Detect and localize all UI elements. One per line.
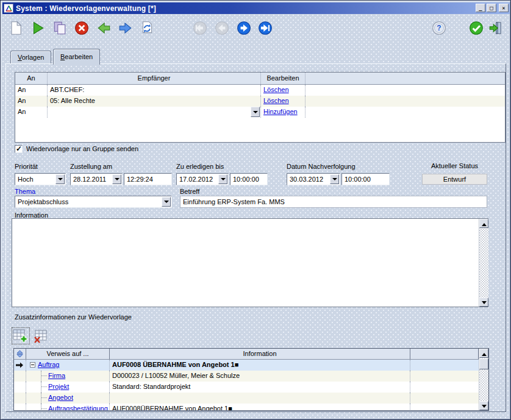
row-marker-cell	[14, 371, 26, 382]
erledigen-date-dropdown-button[interactable]	[218, 174, 227, 184]
add-link[interactable]: Hinzufügen	[263, 108, 298, 115]
refresh-icon	[139, 20, 155, 36]
table-row-auftragsbestaetigung[interactable]: Auftragsbestätigung AUF0008ÜBERNAHME von…	[14, 404, 479, 410]
status-value-box: Entwurf	[422, 174, 487, 185]
auftrag-link[interactable]: Auftrag	[38, 360, 59, 370]
minimize-button[interactable]: _	[476, 4, 485, 12]
projekt-link[interactable]: Projekt	[48, 382, 69, 392]
nachverfolgung-date-dropdown-button[interactable]	[330, 174, 339, 184]
zustellung-date-field[interactable]: 28.12.2011	[70, 173, 123, 185]
copy-icon	[52, 20, 68, 36]
nav-first-button	[192, 20, 208, 36]
tree-line	[41, 376, 47, 376]
cell-filler	[410, 371, 479, 382]
table-row-auftrag[interactable]: Auftrag AUF0008 ÜBERNAHME von Angebot 1■	[14, 360, 479, 371]
information-textarea[interactable]	[12, 218, 488, 307]
confirm-button[interactable]	[468, 20, 484, 36]
help-button[interactable]: ?	[431, 20, 447, 36]
cell-an: An	[15, 107, 48, 118]
table-row-projekt[interactable]: Projekt Standard: Standardprojekt	[14, 382, 479, 393]
references-table: Verweis auf ... Information Auftrag	[13, 348, 489, 411]
scroll-down-button[interactable]	[479, 401, 488, 410]
recipients-table-header: An Empfänger Bearbeiten	[15, 73, 505, 85]
angebot-link[interactable]: Angebot	[48, 393, 73, 403]
back-button[interactable]	[96, 20, 112, 36]
row-marker-cell	[14, 393, 26, 404]
table-row-angebot[interactable]: Angebot	[14, 393, 479, 404]
close-button[interactable]: ✕	[499, 4, 509, 12]
tab-bearbeiten[interactable]: Bearbeiten	[53, 49, 100, 65]
window-title: System : Wiedervorlagenverwaltung [*]	[16, 4, 156, 13]
prioritaet-label: Priorität	[15, 163, 38, 170]
cell-filler	[410, 382, 479, 393]
column-header-an: An	[15, 73, 48, 84]
sort-header-cell[interactable]	[14, 349, 26, 359]
cancel-icon	[74, 20, 90, 36]
tab-vorlagen[interactable]: Vorlagen	[10, 51, 51, 63]
cell-filler	[410, 360, 479, 371]
cancel-button[interactable]	[74, 20, 90, 36]
information-scrollbar[interactable]	[479, 219, 488, 307]
delete-link[interactable]: Löschen	[263, 97, 289, 104]
maximize-button[interactable]: □	[487, 4, 496, 12]
run-button[interactable]	[30, 20, 46, 36]
group-send-checkbox[interactable]	[15, 145, 23, 153]
delete-link[interactable]: Löschen	[263, 86, 289, 93]
add-reference-button[interactable]	[13, 329, 29, 343]
tree-cell: Angebot	[26, 393, 110, 404]
nav-last-button[interactable]	[257, 20, 273, 36]
collapse-icon[interactable]	[30, 362, 35, 368]
cell-an: An	[15, 96, 48, 107]
arrow-left-icon	[96, 20, 112, 36]
auftragsbestaetigung-link[interactable]: Auftragsbestätigung	[48, 404, 108, 410]
thema-value: Projektabschluss	[15, 196, 171, 207]
thema-label[interactable]: Thema	[15, 188, 35, 195]
column-header-bearbeiten: Bearbeiten	[261, 73, 306, 84]
scroll-down-button[interactable]	[479, 297, 488, 307]
firma-link[interactable]: Firma	[48, 371, 65, 381]
info-cell: D000023 / L10052 Müller, Meier & Schulze	[110, 371, 410, 382]
betreff-value: Einführung ERP-System Fa. MMS	[180, 196, 487, 207]
table-row: An ABT.CHEF: Löschen	[15, 85, 505, 96]
nav-next-button[interactable]	[236, 20, 252, 36]
betreff-input[interactable]: Einführung ERP-System Fa. MMS	[180, 196, 487, 208]
betreff-label: Betreff	[180, 188, 199, 195]
erledigen-date-field[interactable]: 17.02.2012	[176, 173, 229, 185]
app-logo-icon	[4, 4, 13, 13]
prioritaet-dropdown-button[interactable]	[55, 174, 65, 184]
sort-icon	[16, 350, 23, 358]
scroll-up-button[interactable]	[479, 219, 488, 228]
references-scrollbar[interactable]	[479, 349, 488, 410]
cell-an: An	[15, 85, 48, 96]
thema-dropdown-button[interactable]	[162, 197, 171, 207]
nachverfolgung-date-field[interactable]: 30.03.2012	[287, 173, 340, 185]
recipient-dropdown-button[interactable]	[251, 107, 260, 117]
recipients-table: An Empfänger Bearbeiten An ABT.CHEF: Lös…	[15, 72, 506, 143]
tree-line	[41, 386, 47, 387]
new-button[interactable]	[8, 20, 24, 36]
help-icon: ?	[431, 20, 447, 36]
grid-add-icon	[13, 329, 29, 343]
scroll-thumb[interactable]	[479, 358, 488, 369]
copy-button[interactable]	[52, 20, 68, 36]
exit-button[interactable]	[488, 20, 504, 36]
row-marker-cell	[14, 382, 26, 393]
forward-button[interactable]	[118, 20, 134, 36]
zustellung-time-field[interactable]: 12:29:24	[124, 173, 172, 185]
zustellung-date-dropdown-button[interactable]	[112, 174, 121, 184]
references-table-header: Verweis auf ... Information	[14, 349, 479, 360]
tree-cell: Auftragsbestätigung	[26, 404, 110, 410]
nachverfolgung-time-field[interactable]: 10:00:00	[341, 173, 390, 185]
refresh-button[interactable]	[139, 20, 155, 36]
delete-reference-button[interactable]	[34, 330, 48, 343]
erledigen-time-field[interactable]: 10:00:00	[230, 173, 268, 185]
nav-next-icon	[236, 20, 252, 36]
thema-combobox[interactable]: Projektabschluss	[15, 196, 172, 208]
cell-filler	[410, 404, 479, 410]
prioritaet-combobox[interactable]: Hoch	[15, 173, 66, 185]
scroll-up-button[interactable]	[479, 349, 488, 358]
app-window: System : Wiedervorlagenverwaltung [*] _ …	[0, 0, 511, 420]
tab-vorlagen-label: Vorlagen	[18, 51, 44, 64]
cell-empfaenger-editable[interactable]	[48, 107, 261, 118]
table-row-firma[interactable]: Firma D000023 / L10052 Müller, Meier & S…	[14, 371, 479, 382]
